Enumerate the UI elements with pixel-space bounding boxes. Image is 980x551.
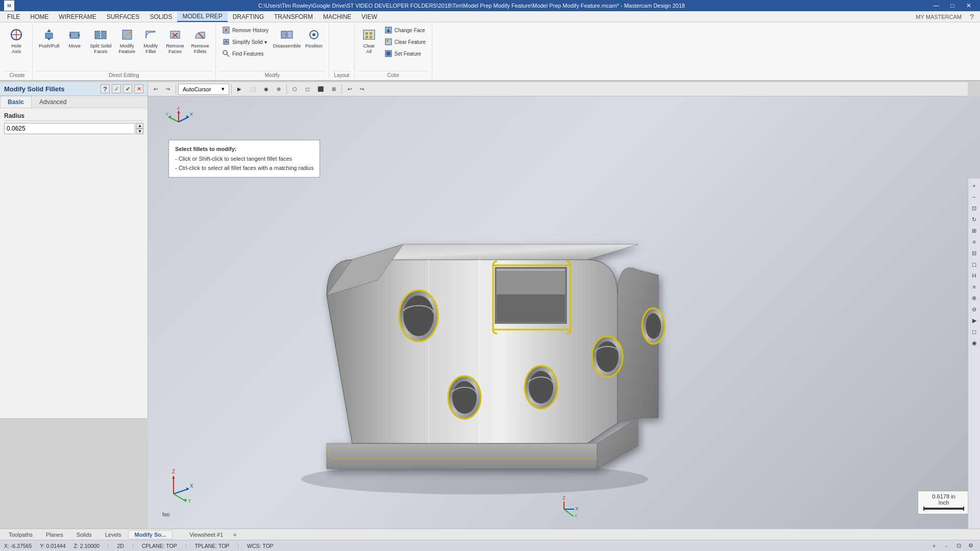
remove-history-button[interactable]: Remove History: [219, 24, 272, 36]
tb-btn-4[interactable]: ⊕: [273, 84, 284, 95]
set-feature-button[interactable]: Set Feature: [381, 48, 429, 59]
panel-help-button[interactable]: ?: [101, 84, 110, 93]
radius-increment-button[interactable]: ▲: [136, 123, 143, 129]
maximize-button[interactable]: □: [945, 1, 960, 10]
tb-btn-3[interactable]: ◉: [260, 84, 272, 95]
status-zoom-minus[interactable]: -: [941, 541, 951, 551]
view-rotate-button[interactable]: ↻: [969, 214, 979, 224]
panel-tabs: Basic Advanced: [0, 96, 148, 108]
modify-fillet-button[interactable]: ModifyFillet: [139, 24, 162, 57]
panel-header: Modify Solid Fillets ? ✓ ✔ ✕: [0, 82, 148, 96]
help-button[interactable]: ?: [966, 11, 978, 23]
svg-rect-3: [45, 33, 53, 38]
tab-basic[interactable]: Basic: [0, 96, 32, 108]
status-settings-btn[interactable]: ⚙: [966, 541, 976, 551]
tb-btn-9[interactable]: ↩: [344, 84, 355, 95]
radius-decrement-button[interactable]: ▼: [136, 129, 143, 134]
tab-levels[interactable]: Levels: [99, 530, 128, 539]
rt-btn-14[interactable]: ◻: [969, 327, 979, 337]
menu-modelprep[interactable]: MODEL PREP: [177, 12, 227, 22]
remove-history-icon: [222, 26, 230, 34]
move-button[interactable]: Move: [63, 24, 86, 51]
tab-planes[interactable]: Planes: [39, 530, 70, 539]
svg-text:Y: Y: [165, 112, 168, 117]
pushpull-icon: [41, 27, 57, 43]
panel-controls: ? ✓ ✔ ✕: [101, 84, 143, 93]
add-viewsheet-button[interactable]: +: [230, 531, 240, 539]
svg-text:X: X: [190, 112, 193, 117]
menu-transform[interactable]: TRANSFORM: [269, 12, 318, 21]
menu-wireframe[interactable]: WIREFRAME: [54, 12, 101, 21]
panel-cancel-button[interactable]: ✕: [134, 84, 143, 93]
tb-btn-7[interactable]: ⬛: [314, 84, 327, 95]
solid-model-svg: [250, 168, 709, 515]
position-button[interactable]: Position: [302, 24, 326, 51]
ribbon-group-color: ClearAll Change Face: [355, 23, 432, 79]
zoom-out-button[interactable]: −: [969, 192, 979, 202]
status-zoom-plus[interactable]: +: [929, 541, 939, 551]
panel-ok-button[interactable]: ✓: [112, 84, 121, 93]
radius-input[interactable]: [4, 123, 135, 134]
pushpull-button[interactable]: Push/Pull: [36, 24, 62, 51]
autocursor-dropdown[interactable]: AutoCursor ▾: [178, 84, 229, 95]
disassemble-label: Disassemble: [273, 43, 301, 48]
cplane-label: CPLANE: TOP: [142, 543, 177, 549]
minimize-button[interactable]: —: [929, 1, 943, 10]
rt-btn-8[interactable]: ◻: [969, 259, 979, 269]
rt-btn-5[interactable]: ⊞: [969, 226, 979, 236]
fit-button[interactable]: ⊡: [969, 203, 979, 213]
menu-home[interactable]: HOME: [25, 12, 54, 21]
remove-faces-button[interactable]: RemoveFaces: [163, 24, 187, 57]
tb-btn-8[interactable]: ⊞: [328, 84, 339, 95]
svg-point-47: [452, 381, 477, 414]
tab-modifyso[interactable]: Modify So...: [128, 530, 173, 539]
viewport[interactable]: X Y Z Select fillets to modify: - Click …: [148, 96, 980, 540]
tb-btn-2[interactable]: ⬜: [246, 84, 259, 95]
menu-surfaces[interactable]: SURFACES: [102, 12, 145, 21]
svg-line-63: [174, 489, 189, 494]
menu-machine[interactable]: MACHINE: [318, 12, 356, 21]
remove-history-label: Remove History: [232, 28, 268, 33]
tb-btn-10[interactable]: ↪: [356, 84, 368, 95]
tab-advanced[interactable]: Advanced: [32, 96, 74, 108]
rt-btn-9[interactable]: H: [969, 270, 979, 281]
rt-btn-10[interactable]: ≡: [969, 282, 979, 292]
clear-all-button[interactable]: ClearAll: [358, 24, 380, 57]
disassemble-button[interactable]: Disassemble: [273, 24, 301, 51]
tb-btn-1[interactable]: ▶: [234, 84, 245, 95]
rt-btn-6[interactable]: ≡: [969, 237, 979, 247]
split-solid-faces-button[interactable]: Split SolidFaces: [87, 24, 114, 57]
undo-button[interactable]: ↩: [150, 84, 161, 95]
tab-solids[interactable]: Solids: [70, 530, 99, 539]
tb-btn-5[interactable]: ⬡: [289, 84, 301, 95]
rt-btn-11[interactable]: ⊕: [969, 293, 979, 303]
menu-solids[interactable]: SOLIDS: [144, 12, 177, 21]
axis-bottom-left: X Y Z: [158, 468, 199, 509]
tb-btn-6[interactable]: ◻: [302, 84, 313, 95]
viewsheet-tab[interactable]: Viewsheet #1: [183, 530, 230, 539]
zoom-in-button[interactable]: +: [969, 181, 979, 191]
menu-drafting[interactable]: DRAFTING: [228, 12, 269, 21]
panel-resize-handle[interactable]: [145, 82, 148, 418]
clear-feature-button[interactable]: Clear Feature: [381, 36, 429, 47]
y-label: Y: 0.01444: [40, 543, 65, 549]
rt-btn-13[interactable]: ▶: [969, 315, 979, 325]
rt-btn-7[interactable]: ⊟: [969, 248, 979, 258]
menu-file[interactable]: FILE: [2, 12, 25, 21]
find-features-button[interactable]: Find Features: [219, 48, 272, 59]
svg-rect-42: [497, 269, 565, 271]
direct-editing-items: Push/Pull Move: [36, 24, 212, 70]
change-face-button[interactable]: Change Face: [381, 24, 429, 36]
rt-btn-12[interactable]: ⊖: [969, 304, 979, 314]
status-fit-btn[interactable]: ⊡: [953, 541, 964, 551]
redo-button[interactable]: ↪: [162, 84, 174, 95]
panel-apply-button[interactable]: ✔: [123, 84, 132, 93]
modify-feature-button[interactable]: ModifyFeature: [115, 24, 138, 57]
tab-toolpaths[interactable]: Toolpaths: [2, 530, 39, 539]
remove-fillets-button[interactable]: RemoveFillets: [188, 24, 212, 57]
simplify-solid-button[interactable]: Simplify Solid ▾: [219, 36, 272, 47]
rt-btn-15[interactable]: ◉: [969, 338, 979, 348]
close-button[interactable]: ✕: [962, 1, 976, 10]
hole-axis-button[interactable]: HoleAxis: [5, 24, 28, 57]
menu-view[interactable]: VIEW: [356, 12, 382, 21]
